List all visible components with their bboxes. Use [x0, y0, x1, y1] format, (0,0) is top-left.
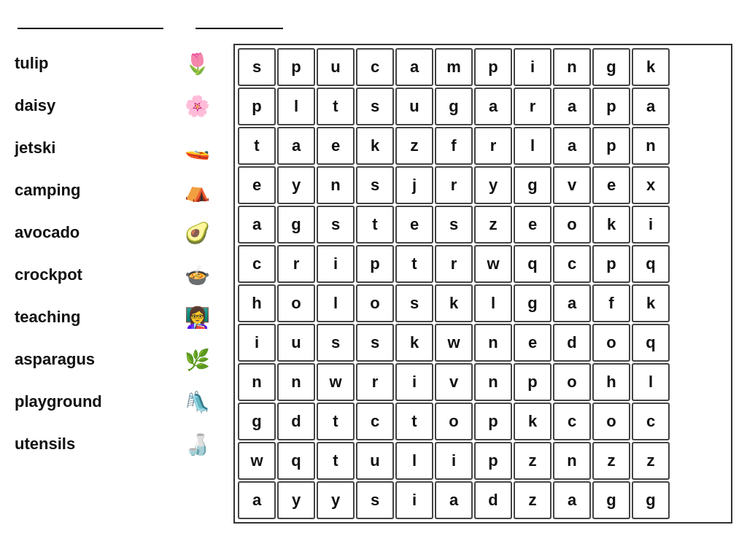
grid-cell-6-4[interactable]: s: [395, 284, 433, 322]
grid-cell-6-9[interactable]: f: [592, 284, 630, 322]
grid-cell-11-4[interactable]: i: [395, 481, 433, 519]
grid-cell-8-7[interactable]: p: [514, 363, 551, 401]
grid-cell-5-7[interactable]: q: [514, 245, 551, 283]
grid-cell-3-0[interactable]: e: [238, 166, 276, 204]
grid-cell-8-9[interactable]: h: [592, 363, 630, 401]
grid-cell-5-2[interactable]: i: [317, 245, 355, 283]
grid-cell-4-10[interactable]: i: [632, 206, 670, 244]
grid-cell-11-7[interactable]: z: [514, 481, 551, 519]
grid-cell-4-4[interactable]: e: [395, 206, 433, 244]
grid-cell-3-2[interactable]: n: [317, 166, 355, 204]
grid-cell-6-6[interactable]: l: [474, 284, 512, 322]
grid-cell-0-9[interactable]: g: [592, 48, 630, 86]
grid-cell-6-8[interactable]: a: [553, 284, 591, 322]
grid-cell-9-6[interactable]: p: [474, 402, 512, 440]
grid-cell-11-6[interactable]: d: [474, 481, 512, 519]
grid-cell-3-10[interactable]: x: [632, 166, 670, 204]
grid-cell-0-8[interactable]: n: [553, 48, 591, 86]
grid-cell-11-5[interactable]: a: [435, 481, 473, 519]
grid-cell-1-5[interactable]: g: [435, 88, 473, 125]
grid-cell-8-1[interactable]: n: [277, 363, 315, 401]
grid-cell-8-0[interactable]: n: [238, 363, 276, 401]
grid-cell-2-9[interactable]: p: [592, 127, 630, 165]
grid-cell-3-3[interactable]: s: [356, 166, 394, 204]
grid-cell-1-8[interactable]: a: [553, 88, 591, 125]
grid-cell-1-3[interactable]: s: [356, 88, 394, 125]
grid-cell-4-6[interactable]: z: [474, 206, 512, 244]
grid-cell-2-1[interactable]: a: [277, 127, 315, 165]
grid-cell-4-2[interactable]: s: [317, 206, 355, 244]
grid-cell-11-8[interactable]: a: [553, 481, 591, 519]
grid-cell-3-9[interactable]: e: [592, 166, 630, 204]
grid-cell-4-3[interactable]: t: [356, 206, 394, 244]
grid-cell-4-1[interactable]: g: [277, 206, 315, 244]
grid-cell-0-2[interactable]: u: [317, 48, 355, 86]
grid-cell-5-10[interactable]: q: [632, 245, 670, 283]
grid-cell-4-9[interactable]: k: [592, 206, 630, 244]
grid-cell-10-2[interactable]: t: [317, 442, 355, 480]
grid-cell-5-6[interactable]: w: [474, 245, 512, 283]
grid-cell-7-2[interactable]: s: [317, 324, 355, 362]
grid-cell-2-8[interactable]: a: [553, 127, 591, 165]
grid-cell-7-6[interactable]: n: [474, 324, 512, 362]
grid-cell-3-5[interactable]: r: [435, 166, 473, 204]
grid-cell-10-10[interactable]: z: [632, 442, 670, 480]
grid-cell-11-3[interactable]: s: [356, 481, 394, 519]
grid-cell-9-7[interactable]: k: [514, 402, 551, 440]
grid-cell-10-5[interactable]: i: [435, 442, 473, 480]
grid-cell-7-8[interactable]: d: [553, 324, 591, 362]
grid-cell-7-5[interactable]: w: [435, 324, 473, 362]
grid-cell-3-1[interactable]: y: [277, 166, 315, 204]
grid-cell-6-7[interactable]: g: [514, 284, 551, 322]
grid-cell-11-9[interactable]: g: [592, 481, 630, 519]
grid-cell-5-3[interactable]: p: [356, 245, 394, 283]
grid-cell-4-5[interactable]: s: [435, 206, 473, 244]
grid-cell-11-10[interactable]: g: [632, 481, 670, 519]
grid-cell-0-6[interactable]: p: [474, 48, 512, 86]
grid-cell-7-10[interactable]: q: [632, 324, 670, 362]
grid-cell-5-4[interactable]: t: [395, 245, 433, 283]
grid-cell-6-3[interactable]: o: [356, 284, 394, 322]
grid-cell-2-3[interactable]: k: [356, 127, 394, 165]
grid-cell-9-4[interactable]: t: [395, 402, 433, 440]
grid-cell-3-6[interactable]: y: [474, 166, 512, 204]
grid-cell-8-5[interactable]: v: [435, 363, 473, 401]
grid-cell-4-0[interactable]: a: [238, 206, 276, 244]
grid-cell-2-7[interactable]: l: [514, 127, 551, 165]
grid-cell-6-1[interactable]: o: [277, 284, 315, 322]
grid-cell-0-0[interactable]: s: [238, 48, 276, 86]
grid-cell-8-2[interactable]: w: [317, 363, 355, 401]
grid-cell-7-0[interactable]: i: [238, 324, 276, 362]
grid-cell-0-4[interactable]: a: [395, 48, 433, 86]
grid-cell-8-8[interactable]: o: [553, 363, 591, 401]
grid-cell-1-7[interactable]: r: [514, 88, 551, 125]
grid-cell-9-3[interactable]: c: [356, 402, 394, 440]
grid-cell-11-0[interactable]: a: [238, 481, 276, 519]
grid-cell-6-0[interactable]: h: [238, 284, 276, 322]
grid-cell-10-4[interactable]: l: [395, 442, 433, 480]
grid-cell-7-9[interactable]: o: [592, 324, 630, 362]
grid-cell-1-4[interactable]: u: [395, 88, 433, 125]
grid-cell-8-10[interactable]: l: [632, 363, 670, 401]
grid-cell-8-6[interactable]: n: [474, 363, 512, 401]
grid-cell-2-0[interactable]: t: [238, 127, 276, 165]
grid-cell-9-5[interactable]: o: [435, 402, 473, 440]
grid-cell-0-5[interactable]: m: [435, 48, 473, 86]
grid-cell-1-9[interactable]: p: [592, 88, 630, 125]
grid-cell-8-3[interactable]: r: [356, 363, 394, 401]
grid-cell-5-9[interactable]: p: [592, 245, 630, 283]
grid-cell-10-0[interactable]: w: [238, 442, 276, 480]
grid-cell-9-8[interactable]: c: [553, 402, 591, 440]
grid-cell-9-0[interactable]: g: [238, 402, 276, 440]
grid-cell-6-10[interactable]: k: [632, 284, 670, 322]
grid-cell-2-5[interactable]: f: [435, 127, 473, 165]
grid-cell-10-1[interactable]: q: [277, 442, 315, 480]
grid-cell-7-1[interactable]: u: [277, 324, 315, 362]
grid-cell-3-8[interactable]: v: [553, 166, 591, 204]
grid-cell-6-2[interactable]: l: [317, 284, 355, 322]
grid-cell-2-10[interactable]: n: [632, 127, 670, 165]
grid-cell-7-7[interactable]: e: [514, 324, 551, 362]
grid-cell-3-4[interactable]: j: [395, 166, 433, 204]
grid-cell-7-3[interactable]: s: [356, 324, 394, 362]
grid-cell-4-7[interactable]: e: [514, 206, 551, 244]
